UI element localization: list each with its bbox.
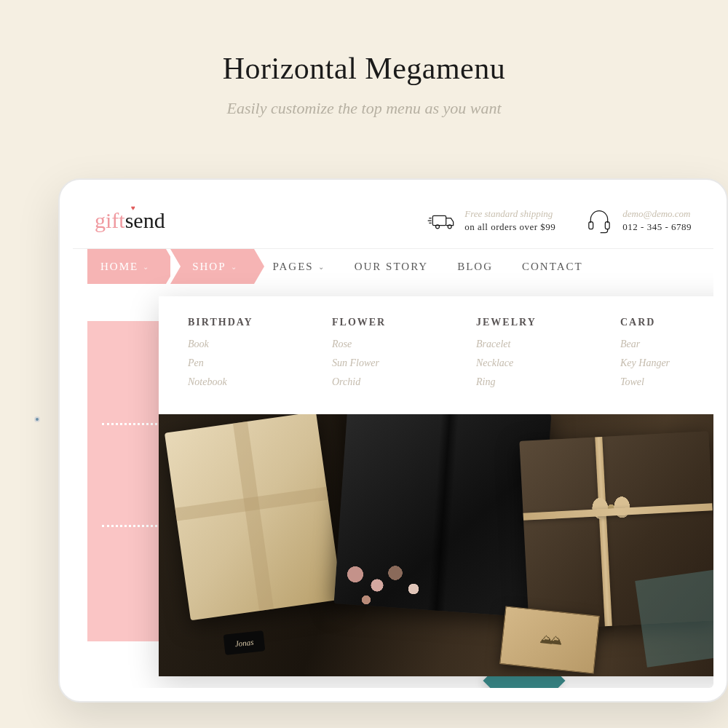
headset-icon	[585, 206, 614, 235]
page-title: Horizontal Megamenu	[0, 0, 728, 86]
nav-home[interactable]: HOME⌄	[87, 249, 166, 284]
svg-rect-0	[433, 215, 446, 225]
mega-link[interactable]: Notebook	[188, 376, 281, 388]
mega-col-flower: FLOWER Rose Sun Flower Orchid	[332, 317, 425, 395]
mega-link[interactable]: Bracelet	[476, 339, 569, 350]
mega-link[interactable]: Necklace	[476, 357, 569, 369]
mega-link[interactable]: Ring	[476, 376, 569, 388]
mega-link[interactable]: Pen	[188, 357, 281, 369]
nav-contact[interactable]: CONTACT	[507, 249, 598, 284]
mega-link[interactable]: Bear	[620, 339, 713, 350]
ribbon-bow-icon	[588, 488, 634, 527]
mega-col-jewelry: JEWELRY Bracelet Necklace Ring	[476, 317, 569, 395]
mega-col-birthday: BIRTHDAY Book Pen Notebook	[188, 317, 281, 395]
nav-pages[interactable]: PAGES⌄	[258, 249, 340, 284]
page-subtitle: Easily customize the top menu as you wan…	[0, 99, 728, 118]
gift-tag: Jonas	[223, 630, 266, 655]
gift-box-gold	[165, 414, 342, 620]
mega-col-title: JEWELRY	[476, 317, 569, 328]
shipping-line1: Free standard shipping	[464, 207, 555, 221]
teal-card-decoration	[635, 569, 713, 668]
topbar: giftsend Free standard shipping on all o…	[73, 193, 713, 249]
flowers-decoration	[326, 545, 457, 647]
contact-email: demo@demo.com	[622, 207, 692, 221]
small-kraft-box	[499, 606, 600, 673]
mega-link[interactable]: Rose	[332, 339, 425, 350]
tablet-frame: giftsend Free standard shipping on all o…	[58, 178, 728, 703]
contact-phone: 012 - 345 - 6789	[622, 221, 692, 234]
mega-link[interactable]: Book	[188, 339, 281, 350]
mega-col-title: BIRTHDAY	[188, 317, 281, 328]
chevron-down-icon: ⌄	[231, 263, 238, 271]
mega-col-title: CARD	[620, 317, 713, 328]
megamenu-hero-image: Jonas	[159, 414, 713, 676]
logo-part1: gift	[95, 208, 125, 232]
mega-link[interactable]: Key Hanger	[620, 357, 713, 369]
mega-col-card: CARD Bear Key Hanger Towel	[620, 317, 713, 395]
shipping-info: Free standard shipping on all orders ove…	[427, 206, 555, 235]
navbar: HOME⌄ SHOP⌄ PAGES⌄ OUR STORY BLOG CONTAC…	[73, 249, 713, 284]
nav-shop[interactable]: SHOP⌄	[170, 249, 253, 284]
mega-link[interactable]: Orchid	[332, 376, 425, 388]
shipping-line2: on all orders over $99	[464, 221, 555, 234]
logo[interactable]: giftsend	[95, 208, 165, 233]
contact-info: demo@demo.com 012 - 345 - 6789	[585, 206, 692, 235]
mega-col-title: FLOWER	[332, 317, 425, 328]
tablet-camera-icon	[34, 416, 40, 422]
chevron-down-icon: ⌄	[318, 263, 325, 271]
nav-our-story[interactable]: OUR STORY	[340, 249, 443, 284]
truck-icon	[427, 206, 456, 235]
megamenu-panel: BIRTHDAY Book Pen Notebook FLOWER Rose S…	[159, 296, 713, 676]
chevron-down-icon: ⌄	[143, 263, 150, 271]
mega-link[interactable]: Towel	[620, 376, 713, 388]
nav-blog[interactable]: BLOG	[443, 249, 507, 284]
screen: giftsend Free standard shipping on all o…	[73, 193, 713, 688]
mega-link[interactable]: Sun Flower	[332, 357, 425, 369]
